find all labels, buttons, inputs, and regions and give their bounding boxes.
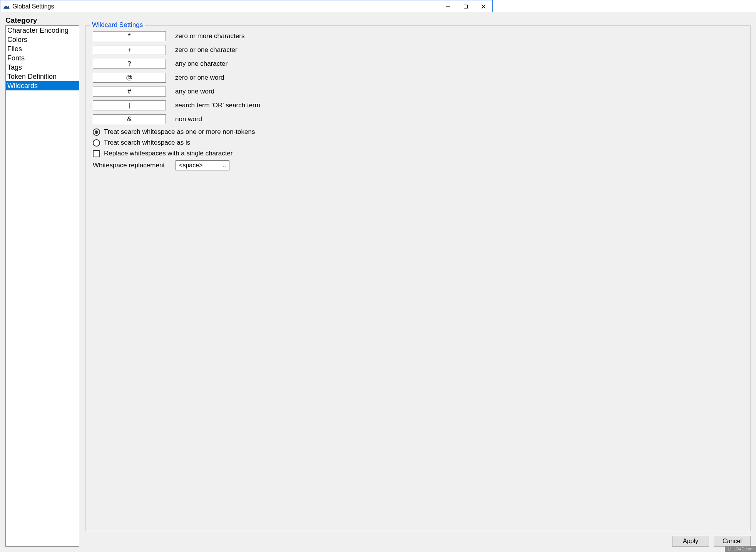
wildcard-settings-panel: Wildcard Settings zero or more character…	[85, 25, 493, 360]
svg-rect-0	[3, 8, 10, 9]
sidebar-item-tags[interactable]: Tags	[6, 63, 79, 72]
wildcard-input[interactable]	[93, 59, 166, 69]
wildcard-description: non word	[175, 115, 202, 123]
category-list: Character EncodingColorsFilesFontsTagsTo…	[5, 25, 79, 360]
radio-label: Treat search whitespace as is	[104, 139, 190, 147]
category-heading: Category	[5, 16, 493, 25]
radio-whitespace-asis[interactable]: Treat search whitespace as is	[93, 139, 493, 147]
radio-label: Treat search whitespace as one or more n…	[104, 128, 255, 136]
sidebar-item-fonts[interactable]: Fonts	[6, 53, 79, 63]
window-title: Global Settings	[12, 3, 54, 10]
sidebar-item-wildcards[interactable]: Wildcards	[6, 81, 79, 90]
wildcard-description: zero or more characters	[175, 32, 244, 40]
select-value: <space>	[179, 162, 202, 169]
sidebar-item-colors[interactable]: Colors	[6, 35, 79, 44]
wildcard-row: zero or one word	[93, 73, 493, 83]
wildcard-description: any one word	[175, 88, 214, 95]
wildcard-description: any one character	[175, 60, 227, 68]
wildcard-description: zero or one word	[175, 74, 224, 82]
wildcard-input[interactable]	[93, 31, 166, 41]
wildcard-input[interactable]	[93, 73, 166, 83]
wildcard-input[interactable]	[93, 114, 166, 124]
whitespace-replacement-select[interactable]: <space> ⌵	[176, 160, 229, 170]
whitespace-replacement-label: Whitespace replacement	[93, 162, 165, 169]
sidebar-item-files[interactable]: Files	[6, 44, 79, 53]
close-button[interactable]	[475, 0, 492, 13]
wildcard-input[interactable]	[93, 45, 166, 55]
wildcard-row: zero or one character	[93, 45, 493, 55]
content-area: Category Character EncodingColorsFilesFo…	[0, 12, 493, 360]
radio-icon[interactable]	[93, 128, 100, 136]
wildcard-row: search term 'OR' search term	[93, 100, 493, 110]
minimize-button[interactable]	[439, 0, 457, 13]
wildcard-row: non word	[93, 114, 493, 124]
maximize-button[interactable]	[457, 0, 475, 13]
chevron-down-icon: ⌵	[223, 163, 226, 168]
wildcard-row: any one word	[93, 87, 493, 97]
radio-whitespace-nontokens[interactable]: Treat search whitespace as one or more n…	[93, 128, 493, 136]
wildcard-input[interactable]	[93, 87, 166, 97]
sidebar-item-character-encoding[interactable]: Character Encoding	[6, 26, 79, 35]
sidebar-item-token-definition[interactable]: Token Definition	[6, 72, 79, 81]
app-icon	[3, 3, 10, 10]
wildcard-row: any one character	[93, 59, 493, 69]
svg-rect-2	[464, 5, 468, 8]
titlebar: Global Settings	[0, 0, 492, 13]
radio-icon[interactable]	[93, 139, 100, 147]
wildcard-row: zero or more characters	[93, 31, 493, 41]
wildcard-description: zero or one character	[175, 46, 238, 54]
panel-legend: Wildcard Settings	[90, 21, 145, 29]
wildcard-input[interactable]	[93, 100, 166, 110]
wildcard-description: search term 'OR' search term	[175, 102, 260, 109]
checkbox-replace-whitespace[interactable]: Replace whitespaces with a single charac…	[93, 150, 493, 157]
checkbox-label: Replace whitespaces with a single charac…	[104, 150, 233, 157]
checkbox-icon[interactable]	[93, 150, 100, 157]
